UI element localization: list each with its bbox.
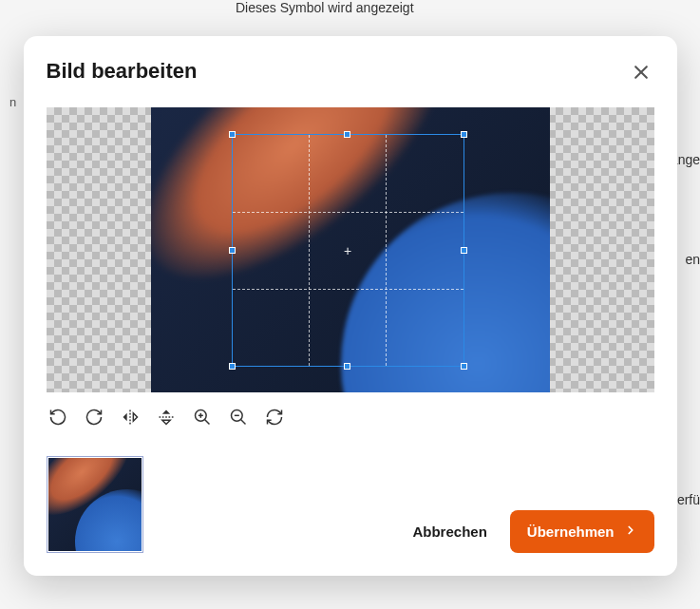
- crop-handle-top-right[interactable]: [461, 131, 467, 138]
- flip-vertical-button[interactable]: [155, 406, 178, 431]
- rotate-right-button[interactable]: [83, 406, 105, 431]
- reset-button[interactable]: [263, 406, 286, 431]
- close-button[interactable]: [628, 59, 654, 88]
- rotate-right-icon: [85, 408, 104, 429]
- crop-selection[interactable]: +: [232, 134, 464, 367]
- image-edit-modal: Bild bearbeiten +: [24, 36, 677, 576]
- svg-line-9: [240, 420, 245, 425]
- crop-handle-mid-left[interactable]: [229, 247, 236, 254]
- crop-handle-bottom-right[interactable]: [461, 363, 467, 370]
- close-icon: [632, 63, 651, 85]
- apply-button[interactable]: Übernehmen: [510, 510, 654, 553]
- crop-canvas[interactable]: +: [47, 107, 654, 392]
- crop-toolbar: [47, 406, 654, 431]
- reset-icon: [265, 408, 284, 429]
- crop-handle-mid-right[interactable]: [461, 247, 467, 254]
- crop-handle-top-mid[interactable]: [344, 131, 350, 138]
- crop-center-marker: +: [344, 244, 351, 257]
- rotate-left-icon: [48, 408, 67, 429]
- flip-horizontal-icon: [121, 408, 140, 429]
- zoom-in-icon: [193, 408, 212, 429]
- apply-button-label: Übernehmen: [527, 523, 615, 540]
- modal-title: Bild bearbeiten: [47, 59, 198, 84]
- modal-header: Bild bearbeiten: [47, 59, 654, 88]
- zoom-out-button[interactable]: [227, 406, 250, 431]
- cancel-button[interactable]: Abbrechen: [405, 512, 494, 551]
- crop-preview-thumbnail[interactable]: [47, 456, 143, 553]
- flip-horizontal-button[interactable]: [119, 406, 142, 431]
- crop-handle-top-left[interactable]: [229, 131, 236, 138]
- zoom-in-button[interactable]: [191, 406, 214, 431]
- chevron-right-icon: [624, 523, 637, 540]
- crop-handle-bottom-mid[interactable]: [344, 363, 350, 370]
- flip-vertical-icon: [157, 408, 176, 429]
- modal-overlay: Bild bearbeiten +: [0, 0, 700, 609]
- modal-footer: Abbrechen Übernehmen: [47, 456, 654, 553]
- svg-line-5: [204, 420, 209, 425]
- zoom-out-icon: [229, 408, 248, 429]
- action-buttons: Abbrechen Übernehmen: [405, 510, 653, 553]
- rotate-left-button[interactable]: [47, 406, 69, 431]
- crop-handle-bottom-left[interactable]: [229, 363, 236, 370]
